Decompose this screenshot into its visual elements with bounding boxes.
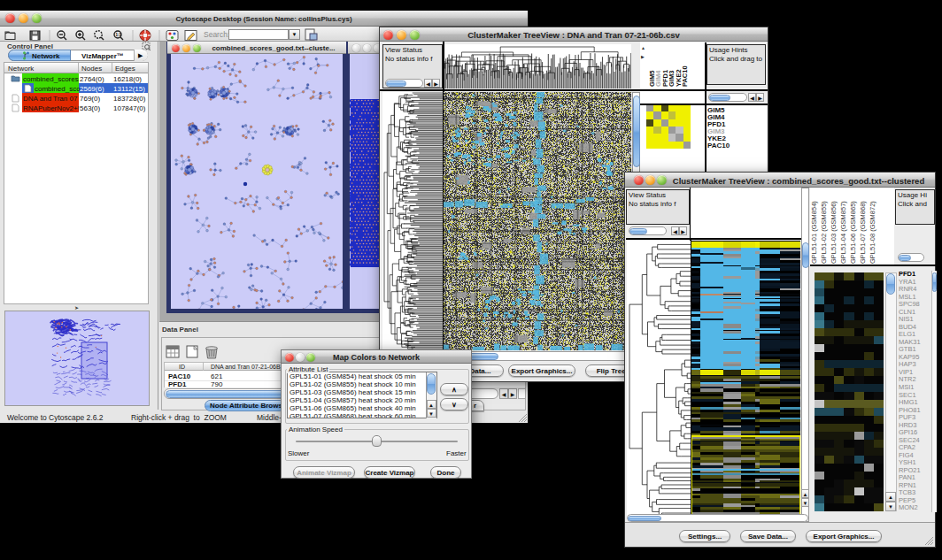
- svg-text:GPL51-03 (GSM856): GPL51-03 (GSM856): [830, 201, 838, 264]
- svg-text:GPL51-02 (GSM855): GPL51-02 (GSM855): [820, 201, 828, 264]
- svg-text:GPL51-01 (GSM854): GPL51-01 (GSM854): [810, 201, 818, 264]
- svg-text:GPL51-04 (GSM857): GPL51-04 (GSM857): [839, 201, 847, 264]
- svg-text:1:1: 1:1: [116, 33, 122, 37]
- svg-text:PAC10: PAC10: [681, 65, 689, 87]
- svg-text:GPL51-08 (GSM872): GPL51-08 (GSM872): [869, 201, 876, 264]
- svg-text:GPL51-07 (GSM868): GPL51-07 (GSM868): [859, 201, 867, 264]
- svg-text:GPL51-06 (GSM865): GPL51-06 (GSM865): [849, 201, 857, 264]
